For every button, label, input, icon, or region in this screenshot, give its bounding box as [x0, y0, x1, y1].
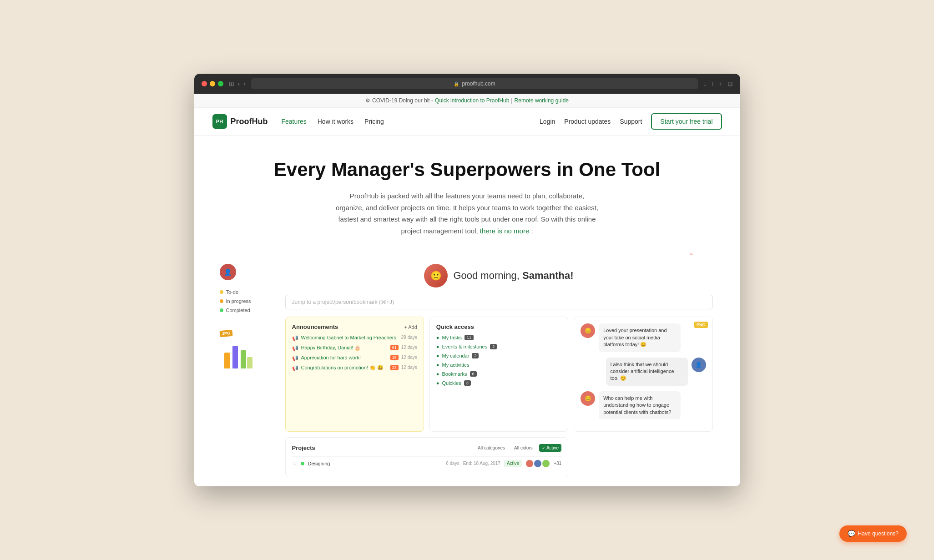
nav-how-it-works[interactable]: How it works	[318, 118, 353, 125]
bullet-icon2: ●	[436, 344, 439, 349]
sidebar-toggle-icon[interactable]: ⊞	[229, 80, 234, 87]
nav-pricing[interactable]: Pricing	[364, 118, 384, 125]
announce-badge-2: 61	[390, 345, 399, 350]
announce-date-4: 12 days	[401, 365, 417, 370]
hero-description: ProofHub is packed with all the features…	[335, 190, 599, 237]
address-bar[interactable]: 🔒 proofhub.com	[251, 78, 698, 89]
forward-button[interactable]: ›	[243, 80, 246, 87]
project-name[interactable]: Designing	[308, 461, 443, 466]
announce-link-3[interactable]: Appreciation for hard work!	[301, 355, 386, 360]
lock-icon: 🔒	[454, 81, 459, 86]
chart-bar-group3	[241, 350, 252, 368]
banner-icon: ⚙	[365, 97, 370, 104]
events-label: Events & milestones	[442, 344, 487, 349]
announce-icon-2: 📢	[292, 345, 298, 351]
brand-name: ProofHub	[231, 117, 268, 126]
nav-support[interactable]: Support	[620, 118, 642, 125]
logo[interactable]: PH ProofHub	[212, 114, 268, 129]
todo-dot	[220, 290, 223, 294]
bullet-icon3: ●	[436, 353, 439, 358]
announce-badge-4: 23	[390, 365, 399, 370]
greeting-text: Good morning, Samantha!	[453, 270, 573, 282]
banner-link2[interactable]: Remote working guide	[515, 97, 569, 104]
completed-label: Completed	[226, 308, 250, 313]
announce-link-2[interactable]: Happy Birthday, Danial! 🎂	[301, 345, 386, 351]
events-link[interactable]: ● Events & milestones 2	[436, 344, 561, 349]
filter-all-colors[interactable]: All colors	[511, 444, 535, 452]
bar-3	[241, 350, 246, 368]
filter-active[interactable]: ✓ Active	[539, 444, 561, 452]
announce-icon-4: 📢	[292, 365, 298, 371]
share-icon[interactable]: ↑	[711, 80, 714, 87]
new-tab-icon[interactable]: +	[719, 80, 722, 87]
quickies-link[interactable]: ● Quickies 3	[436, 380, 561, 386]
announce-link-1[interactable]: Welcoming Gabriel to Marketing Preachers…	[301, 335, 399, 340]
star-icon[interactable]: ☆	[292, 460, 297, 467]
activities-link[interactable]: ● My activities	[436, 362, 561, 368]
banner-link1[interactable]: Quick introduction to ProofHub	[435, 97, 509, 104]
calendar-count: 2	[472, 353, 479, 358]
announce-item-1: 📢 Welcoming Gabriel to Marketing Preache…	[292, 335, 417, 341]
browser-actions: ↓ ↑ + ⊡	[703, 80, 732, 87]
chat-avatar-3: 😊	[581, 391, 595, 406]
nav-product-updates[interactable]: Product updates	[564, 118, 611, 125]
close-button[interactable]	[202, 81, 207, 86]
add-announcement-button[interactable]: + Add	[404, 324, 417, 330]
minimize-button[interactable]	[210, 81, 215, 86]
search-bar[interactable]: Jump to a project/person/bookmark (⌘+J)	[285, 295, 713, 309]
calendar-link[interactable]: ● My calendar 2	[436, 353, 561, 358]
activities-label: My activities	[442, 362, 469, 368]
nav-links: Features How it works Pricing	[281, 118, 540, 125]
bookmarks-count: 6	[470, 371, 477, 377]
tabs-icon[interactable]: ⊡	[727, 80, 733, 87]
nav-right: Login Product updates Support Start your…	[540, 113, 722, 130]
have-questions-button[interactable]: 💬 Have questions?	[839, 525, 907, 542]
chat-bubble-3: Who can help me with understanding how t…	[599, 391, 681, 419]
p-avatar-3	[542, 459, 550, 468]
traffic-lights	[202, 81, 223, 86]
chat-avatar-2: 👤	[692, 358, 706, 372]
hero-section: Every Manager's Superpowers in One Tool …	[194, 136, 740, 246]
start-trial-button[interactable]: Start your free trial	[651, 113, 722, 130]
my-tasks-count: 11	[464, 335, 474, 340]
chart-bar-group2	[232, 346, 238, 368]
bookmarks-link[interactable]: ● Bookmarks 6	[436, 371, 561, 377]
chat-bubble-2: I also think that we should consider art…	[606, 358, 688, 386]
nav-features[interactable]: Features	[281, 118, 306, 125]
tasks-card: Quick access ● My tasks 11 ● Events & mi…	[429, 317, 568, 432]
nav-login[interactable]: Login	[540, 118, 555, 125]
inprogress-label: In progress	[226, 298, 251, 304]
hero-title: Every Manager's Superpowers in One Tool	[212, 158, 722, 181]
announce-date-3: 12 days	[401, 355, 417, 360]
greeting-name: Samantha!	[522, 270, 573, 281]
my-tasks-link[interactable]: ● My tasks 11	[436, 335, 561, 340]
project-days: 6 days	[446, 461, 459, 466]
filter-buttons: All categories All colors ✓ Active	[475, 444, 561, 452]
bullet-icon6: ●	[436, 380, 439, 386]
bar-2	[232, 346, 238, 368]
p-avatar-2	[534, 459, 542, 468]
dashboard-panel: 🙂 Good morning, Samantha! Jump to a proj…	[276, 255, 722, 486]
banner-text: COVID-19 Doing our bit -	[372, 97, 433, 104]
filter-all-categories[interactable]: All categories	[475, 444, 508, 452]
chart-bar-group	[224, 353, 230, 368]
maximize-button[interactable]	[218, 81, 223, 86]
left-sidebar: 👤 To-do In progress Compl	[212, 255, 276, 486]
status-completed: Completed	[220, 308, 268, 313]
jpg-badge: JPG	[219, 330, 232, 337]
tasks-header: Quick access	[436, 323, 561, 330]
mini-chart	[220, 341, 268, 373]
hero-link[interactable]: there is no more	[480, 227, 529, 235]
download-icon[interactable]: ↓	[703, 80, 707, 87]
project-avatars	[525, 459, 550, 468]
greeting-row: 🙂 Good morning, Samantha!	[285, 264, 713, 288]
chat-bubble-icon: 💬	[848, 530, 855, 537]
calendar-label: My calendar	[442, 353, 469, 358]
project-status-dot	[301, 462, 304, 465]
back-button[interactable]: ‹	[238, 80, 240, 87]
announce-item-2: 📢 Happy Birthday, Danial! 🎂 61 12 days	[292, 345, 417, 351]
url-display: proofhub.com	[462, 81, 495, 87]
announce-link-4[interactable]: Congratulations on promotion! 👏 😃	[301, 365, 386, 371]
quickies-label: Quickies	[442, 380, 461, 386]
avatar-count: +31	[554, 461, 561, 466]
